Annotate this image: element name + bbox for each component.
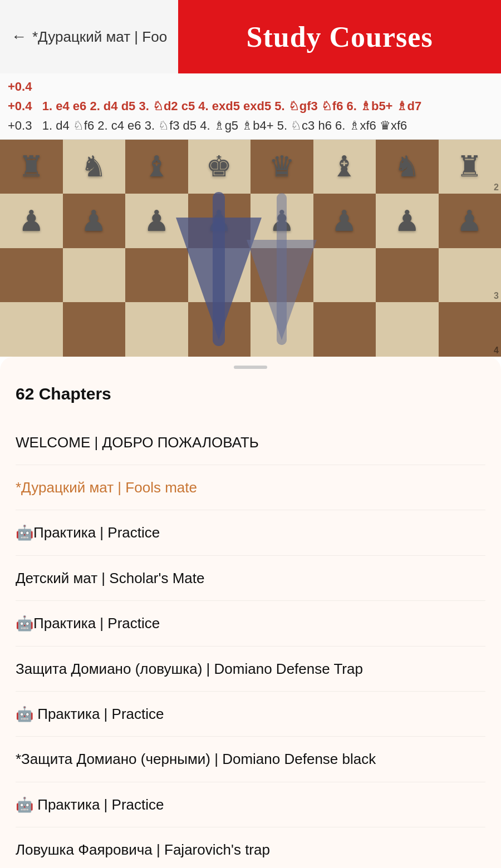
cell-f6[interactable]	[313, 248, 376, 303]
cell-c8[interactable]: ♝	[125, 140, 188, 194]
drag-handle[interactable]	[234, 366, 267, 369]
cell-d5[interactable]	[188, 302, 251, 357]
eval-row-3: +0.3 1. d4 ♘f6 2. c4 e6 3. ♘f3 d5 4. ♗g5…	[8, 116, 493, 135]
piece-pawn-d7: ♟	[206, 206, 232, 235]
chapter-text: 🤖 Практика | Practice	[16, 796, 164, 813]
piece-queen-e8: ♛	[269, 152, 295, 181]
cell-c6[interactable]	[125, 248, 188, 303]
cell-d7[interactable]: ♟	[188, 194, 251, 248]
chapters-list: WELCOME | ДОБРО ПОЖАЛОВАТЬ*Дурацкий мат …	[16, 420, 485, 868]
cell-e8[interactable]: ♛	[250, 140, 313, 194]
eval-line-3: 1. d4 ♘f6 2. c4 e6 3. ♘f3 d5 4. ♗g5 ♗b4+…	[42, 119, 407, 132]
cell-c7[interactable]: ♟	[125, 194, 188, 248]
piece-pawn-a7: ♟	[18, 206, 45, 235]
chapter-text: Защита Домиано (ловушка) | Domiano Defen…	[16, 660, 363, 677]
piece-bishop-f8: ♝	[331, 152, 357, 181]
eval-score-2: +0.4	[8, 99, 39, 113]
list-item[interactable]: 🤖Практика | Practice	[16, 510, 485, 555]
cell-f8[interactable]: ♝	[313, 140, 376, 194]
piece-pawn-e7: ♟	[269, 206, 295, 235]
piece-pawn-b7: ♟	[81, 206, 107, 235]
piece-pawn-f7: ♟	[331, 206, 357, 235]
chapter-text: *Дурацкий мат | Fools mate	[16, 479, 197, 496]
eval-row-2: +0.4 1. e4 e6 2. d4 d5 3. ♘d2 c5 4. exd5…	[8, 96, 493, 116]
cell-a6[interactable]	[0, 248, 63, 303]
cell-a8[interactable]: ♜	[0, 140, 63, 194]
cell-c5[interactable]	[125, 302, 188, 357]
cell-b7[interactable]: ♟	[63, 194, 126, 248]
piece-knight-g8: ♞	[394, 152, 420, 181]
chapter-text: *Защита Домиано (черными) | Domiano Defe…	[16, 751, 376, 767]
piece-king-d8: ♚	[206, 152, 232, 181]
cell-g8[interactable]: ♞	[376, 140, 439, 194]
eval-line-2: 1. e4 e6 2. d4 d5 3. ♘d2 c5 4. exd5 exd5…	[42, 99, 421, 113]
chapter-text: Ловушка Фаяровича | Fajarovich's trap	[16, 841, 270, 858]
chapter-text: 🤖 Практика | Practice	[16, 706, 164, 722]
eval-score-1: +0.4	[8, 80, 32, 93]
cell-b6[interactable]	[63, 248, 126, 303]
banner-text: Study Courses	[246, 21, 433, 53]
piece-knight-b8: ♞	[81, 152, 107, 181]
bottom-sheet: 62 Chapters WELCOME | ДОБРО ПОЖАЛОВАТЬ*Д…	[0, 357, 501, 868]
list-item[interactable]: *Дурацкий мат | Fools mate	[16, 465, 485, 510]
page-title: *Дурацкий мат | Foo	[32, 28, 167, 46]
list-item[interactable]: 🤖 Практика | Practice	[16, 692, 485, 737]
chess-board-area[interactable]: ♜ ♞ ♝ ♚ ♛ ♝ ♞ ♜2 ♟ ♟ ♟ ♟ ♟ ♟ ♟ ♟ 3 4	[0, 140, 501, 357]
rank-label-5: 4	[494, 346, 499, 356]
piece-rook-h8: ♜	[456, 152, 483, 181]
cell-f7[interactable]: ♟	[313, 194, 376, 248]
cell-g6[interactable]	[376, 248, 439, 303]
cell-h6[interactable]: 3	[439, 248, 502, 303]
piece-pawn-c7: ♟	[144, 206, 170, 235]
header-left: ← *Дурацкий мат | Foo	[0, 0, 178, 73]
list-item[interactable]: *Защита Домиано (черными) | Domiano Defe…	[16, 737, 485, 782]
cell-e7[interactable]: ♟	[250, 194, 313, 248]
cell-f5[interactable]	[313, 302, 376, 357]
rank-label-6: 3	[494, 291, 499, 301]
eval-score-3: +0.3	[8, 119, 39, 132]
rank-label-8: 2	[494, 183, 499, 193]
cell-d8[interactable]: ♚	[188, 140, 251, 194]
piece-pawn-h7: ♟	[456, 206, 483, 235]
chapter-text: Детский мат | Scholar's Mate	[16, 570, 205, 586]
list-item[interactable]: 🤖 Практика | Practice	[16, 782, 485, 827]
cell-a5[interactable]	[0, 302, 63, 357]
list-item[interactable]: Защита Домиано (ловушка) | Domiano Defen…	[16, 647, 485, 692]
header: ← *Дурацкий мат | Foo Study Courses	[0, 0, 501, 73]
cell-a7[interactable]: ♟	[0, 194, 63, 248]
chapters-count: 62 Chapters	[16, 384, 485, 403]
cell-e5[interactable]	[250, 302, 313, 357]
list-item[interactable]: Детский мат | Scholar's Mate	[16, 556, 485, 601]
list-item[interactable]: 🤖Практика | Practice	[16, 601, 485, 646]
chapter-text: 🤖Практика | Practice	[16, 524, 160, 541]
cell-h5[interactable]: 4	[439, 302, 502, 357]
study-courses-banner: Study Courses	[178, 0, 501, 73]
cell-b5[interactable]	[63, 302, 126, 357]
chapter-text: WELCOME | ДОБРО ПОЖАЛОВАТЬ	[16, 434, 259, 451]
cell-e6[interactable]	[250, 248, 313, 303]
cell-g5[interactable]	[376, 302, 439, 357]
cell-h7[interactable]: ♟	[439, 194, 502, 248]
piece-bishop-c8: ♝	[144, 152, 170, 181]
chessboard[interactable]: ♜ ♞ ♝ ♚ ♛ ♝ ♞ ♜2 ♟ ♟ ♟ ♟ ♟ ♟ ♟ ♟ 3 4	[0, 140, 501, 357]
cell-h8[interactable]: ♜2	[439, 140, 502, 194]
eval-section: +0.4 +0.4 1. e4 e6 2. d4 d5 3. ♘d2 c5 4.…	[0, 73, 501, 140]
cell-g7[interactable]: ♟	[376, 194, 439, 248]
cell-d6[interactable]	[188, 248, 251, 303]
list-item[interactable]: WELCOME | ДОБРО ПОЖАЛОВАТЬ	[16, 420, 485, 465]
eval-row-1: +0.4	[8, 77, 493, 96]
back-button[interactable]: ←	[11, 28, 27, 46]
cell-b8[interactable]: ♞	[63, 140, 126, 194]
list-item[interactable]: Ловушка Фаяровича | Fajarovich's trap	[16, 827, 485, 868]
piece-rook-a8: ♜	[18, 152, 45, 181]
chapter-text: 🤖Практика | Practice	[16, 615, 160, 632]
piece-pawn-g7: ♟	[394, 206, 420, 235]
